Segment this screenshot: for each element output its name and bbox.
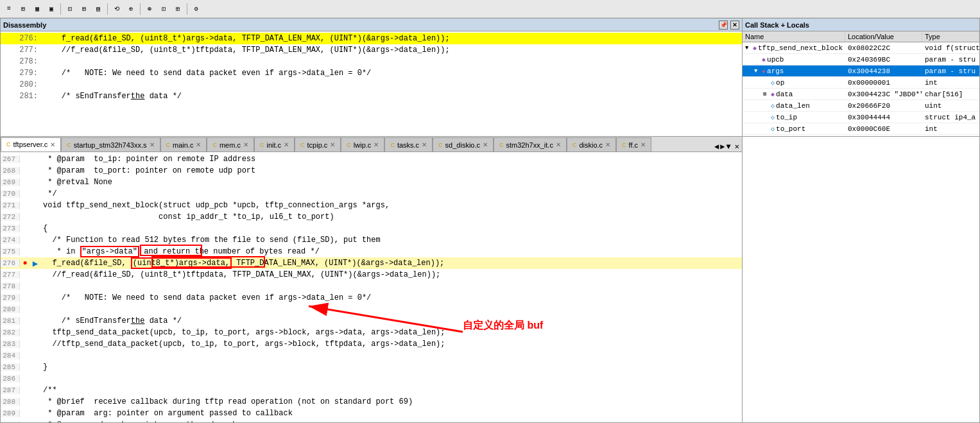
line-code: }: [40, 363, 742, 372]
toolbar-icon-5[interactable]: ⊡: [64, 3, 76, 15]
line-code: tftp_send_data_packet(upcb, to_ip, to_po…: [40, 328, 742, 337]
locals-row[interactable]: ◇op0x00000001int: [743, 77, 979, 89]
disassembly-line-280: 280:: [1, 79, 742, 91]
tab-close-btn[interactable]: ✕: [422, 141, 427, 148]
locals-rows: ▼◆tftp_send_next_block0x08022C2Cvoid f(s…: [743, 42, 979, 136]
toolbar-icon-2[interactable]: ⊞: [17, 3, 30, 15]
editor-content[interactable]: 267 * @param to_ip: pointer on remote IP…: [1, 152, 742, 422]
var-value: 0x30044444: [845, 114, 922, 121]
toolbar-icon-7[interactable]: ▤: [92, 3, 105, 15]
var-name: op: [776, 79, 784, 87]
editor-line-274: 274 /* Function to read 512 bytes from t…: [1, 234, 742, 246]
disassembly-panel: Disassembly 📌 ✕ 276: f_read(&file_SD, (u…: [0, 18, 743, 137]
editor-line-278: 278: [1, 281, 742, 292]
editor-tab-sd_diskio-c[interactable]: Csd_diskio.c✕: [433, 137, 494, 151]
tab-close-all[interactable]: ✕: [735, 142, 739, 151]
editor-line-286: 286: [1, 373, 742, 384]
editor-tab-main-c[interactable]: Cmain.c✕: [160, 137, 207, 151]
editor-line-289: 289 * @param arg: pointer on argument pa…: [1, 408, 742, 419]
tab-close-btn[interactable]: ✕: [50, 141, 55, 148]
var-value: 0x20666F20: [845, 102, 922, 110]
disassembly-line-279: 279: /* NOTE: We need to send data packe…: [1, 67, 742, 79]
var-name: args: [767, 67, 784, 75]
editor-tab-ff-c[interactable]: Cff.c✕: [616, 137, 651, 151]
toolbar-icon-11[interactable]: ⊡: [157, 3, 170, 15]
toolbar-icon-1[interactable]: ≡: [3, 3, 15, 15]
diamond-icon: ◇: [771, 79, 775, 87]
editor-tab-lwip-c[interactable]: Clwip.c✕: [341, 137, 384, 151]
tab-icon: C: [300, 142, 305, 148]
tab-label: sd_diskio.c: [445, 141, 480, 149]
tab-label: diskio.c: [579, 141, 603, 149]
current-line-arrow: ▶: [30, 258, 40, 269]
var-value: 0x0000C60E: [845, 125, 922, 133]
tab-label: mem.c: [219, 141, 241, 149]
toolbar-icon-6[interactable]: ⊞: [78, 3, 90, 15]
line-number: 280: [1, 306, 20, 313]
editor-line-280: 280: [1, 304, 742, 315]
line-code: * @retval None: [40, 178, 742, 187]
expand-icon[interactable]: ▼: [745, 45, 752, 51]
tab-close-btn[interactable]: ✕: [605, 141, 610, 148]
editor-tab-tcpip-c[interactable]: Ctcpip.c✕: [295, 137, 341, 151]
var-value: 0x30044238: [845, 67, 922, 75]
toolbar-icon-8[interactable]: ⟲: [110, 3, 123, 15]
tab-close-btn[interactable]: ✕: [196, 141, 201, 148]
call-stack-panel: Call Stack + Locals Name Location/Value …: [743, 18, 980, 137]
toolbar-icon-12[interactable]: ⊞: [171, 3, 184, 15]
locals-row[interactable]: ▼◆tftp_send_next_block0x08022C2Cvoid f(s…: [743, 42, 979, 54]
editor-line-288: 288 * @brief receive callback during tft…: [1, 396, 742, 408]
tab-scroll-right[interactable]: ▶: [720, 142, 725, 151]
tab-scroll-left[interactable]: ◀: [714, 142, 719, 151]
var-type: struct ip4_a: [922, 114, 979, 121]
tab-close-btn[interactable]: ✕: [374, 141, 379, 148]
locals-row[interactable]: ◇block0x00000001int: [743, 135, 979, 136]
expand-icon[interactable]: ⊞: [763, 91, 769, 98]
editor-tab-tasks-c[interactable]: Ctasks.c✕: [384, 137, 433, 151]
locals-row[interactable]: ◆upcb0x240369BCparam - stru: [743, 54, 979, 65]
tab-icon: C: [347, 142, 351, 148]
breakpoint-indicator[interactable]: ●: [20, 259, 30, 268]
editor-tab-diskio-c[interactable]: Cdiskio.c✕: [567, 137, 616, 151]
editor-line-281: 281 /* sEndTransferthe data */: [1, 315, 742, 327]
editor-tab-init-c[interactable]: Cinit.c✕: [254, 137, 295, 151]
right-panel-bottom: [743, 137, 980, 423]
expand-icon[interactable]: ▼: [754, 68, 761, 74]
toolbar-icon-3[interactable]: ▦: [31, 3, 44, 15]
tab-close-btn[interactable]: ✕: [483, 141, 488, 148]
locals-table: Name Location/Value Type ▼◆tftp_send_nex…: [743, 31, 979, 136]
tab-close-btn[interactable]: ✕: [150, 141, 155, 148]
locals-row[interactable]: ▼◆args0x30044238param - stru: [743, 65, 979, 77]
locals-row[interactable]: ◇to_port0x0000C60Eint: [743, 123, 979, 135]
col-type: Type: [922, 31, 979, 42]
editor-tab-stm32h7xx_it-c[interactable]: Cstm32h7xx_it.c✕: [494, 137, 567, 151]
editor-tab-tftpserver-c[interactable]: Ctftpserver.c✕: [1, 137, 61, 151]
toolbar-icon-10[interactable]: ⊛: [143, 3, 156, 15]
toolbar-icon-9[interactable]: ⊕: [125, 3, 137, 15]
var-name: data_len: [776, 102, 810, 110]
var-value: 0x3004423C "JBD0*": [845, 91, 922, 98]
tab-close-btn[interactable]: ✕: [284, 141, 289, 148]
tab-menu[interactable]: ▼: [726, 142, 731, 151]
toolbar-icon-4[interactable]: ▣: [45, 3, 58, 15]
tab-label: init.c: [266, 141, 281, 149]
tab-close-btn[interactable]: ✕: [556, 141, 561, 148]
col-name: Name: [743, 31, 845, 42]
tab-close-btn[interactable]: ✕: [330, 141, 335, 148]
editor-tab-startup_stm32h743xx-s[interactable]: Cstartup_stm32h743xx.s✕: [61, 137, 160, 151]
var-name: to_ip: [776, 114, 797, 121]
disassembly-pin-btn[interactable]: 📌: [719, 21, 728, 30]
locals-row[interactable]: ◇to_ip0x30044444struct ip4_a: [743, 112, 979, 123]
tab-label: stm32h7xx_it.c: [506, 141, 553, 149]
line-number: 287: [1, 386, 20, 394]
line-code: * @brief receive callback during tftp re…: [40, 397, 742, 406]
var-type: int: [922, 125, 979, 133]
tab-close-btn[interactable]: ✕: [243, 141, 248, 148]
editor-tab-mem-c[interactable]: Cmem.c✕: [207, 137, 254, 151]
disassembly-close-btn[interactable]: ✕: [730, 21, 739, 30]
disassembly-title: Disassembly: [3, 21, 46, 29]
toolbar-icon-13[interactable]: ⚙: [190, 3, 203, 15]
locals-row[interactable]: ◇data_len0x20666F20uint: [743, 100, 979, 112]
locals-row[interactable]: ⊞◆data0x3004423C "JBD0*"char[516]: [743, 89, 979, 100]
tab-close-btn[interactable]: ✕: [640, 141, 646, 148]
